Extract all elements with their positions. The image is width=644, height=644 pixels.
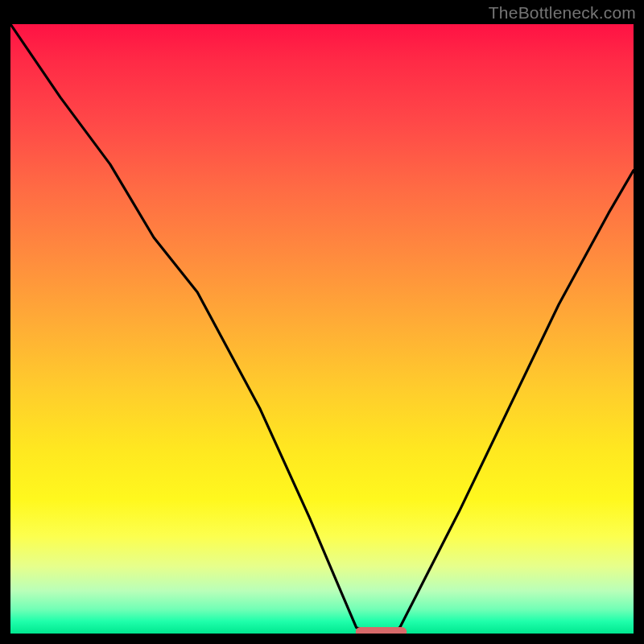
plot-area [10, 24, 634, 634]
chart-svg [10, 24, 634, 634]
bottom-pill-marker [356, 627, 407, 634]
curve-line [10, 24, 634, 634]
watermark-text: TheBottleneck.com [489, 3, 636, 23]
chart-frame: TheBottleneck.com [0, 0, 644, 644]
